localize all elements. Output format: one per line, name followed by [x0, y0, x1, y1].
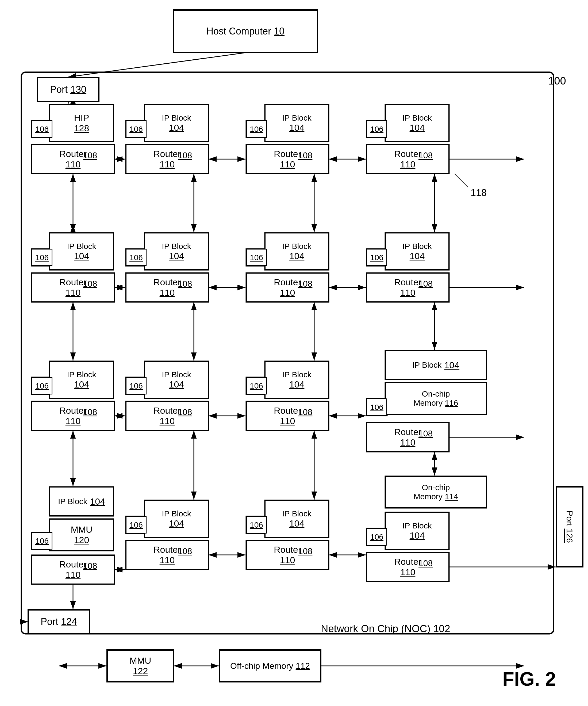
onchip-memory-116: On-chip Memory 116	[385, 383, 487, 415]
port-106-n23: 106	[246, 516, 267, 534]
port-106-n02: 106	[32, 377, 52, 394]
router-108-label-n01: 108	[83, 279, 97, 289]
ip-block-n31: IP Block 104	[385, 233, 449, 270]
router-108-label-n12: 108	[178, 407, 192, 417]
svg-line-99	[455, 174, 468, 187]
router-108-label-n33: 108	[419, 558, 433, 568]
router-108-label-n02: 108	[83, 407, 97, 417]
hip-128-box: HIP 128	[49, 104, 114, 142]
router-108-label-n22: 108	[298, 407, 312, 417]
port-126-label: Port 126	[564, 511, 575, 543]
router-108-label-n03: 108	[83, 561, 97, 571]
router-110-n21: Router 110	[246, 273, 329, 302]
ip-block-n33: IP Block 104	[385, 512, 449, 550]
ip-block-n32: IP Block 104	[385, 350, 487, 380]
port-124-box: Port 124	[28, 610, 89, 634]
router-110-n30: Router 110	[366, 145, 449, 174]
noc-label: Network On Chip (NOC) 102	[321, 623, 450, 635]
ip-block-n23: IP Block 104	[265, 500, 329, 538]
router-110-n13: Router 110	[126, 540, 208, 570]
ip-block-n12: IP Block 104	[144, 361, 208, 398]
port-106-n11: 106	[126, 249, 147, 266]
router-110-n31: Router 110	[366, 273, 449, 302]
port-124-label: Port 124	[41, 616, 77, 627]
port-106-n30: 106	[366, 120, 387, 138]
ip-block-n22: IP Block 104	[265, 361, 329, 398]
offchip-memory-label: Off-chip Memory 112	[230, 661, 310, 671]
ref-100: 100	[548, 75, 566, 87]
host-computer-box: Host Computer 10	[173, 10, 318, 53]
diagram: Host Computer 10 Port 130 Network On Chi…	[0, 0, 588, 706]
router-110-n32: Router 110	[366, 423, 449, 452]
port-106-n22: 106	[246, 377, 267, 394]
ref-118: 118	[471, 187, 487, 198]
port-106-n03: 106	[32, 532, 52, 550]
ip-block-n03: IP Block 104	[49, 487, 114, 516]
router-108-label-n32: 108	[419, 429, 433, 439]
port-106-n20: 106	[246, 120, 267, 138]
router-110-n03: Router 110	[32, 555, 114, 584]
router-110-n22: Router 110	[246, 401, 329, 431]
mmu-120: MMU 120	[49, 519, 114, 551]
router-108-label-n21: 108	[298, 279, 312, 289]
ip-block-n20: IP Block 104	[265, 104, 329, 142]
router-108-label-n13: 108	[178, 546, 192, 556]
router-110-n02: Router 110	[32, 401, 114, 431]
port-106-n00: 106	[32, 120, 52, 138]
router-110-n20: Router 110	[246, 145, 329, 174]
router-110-n10: Router 110	[126, 145, 208, 174]
port-106-n31: 106	[366, 249, 387, 266]
router-110-n23: Router 110	[246, 540, 329, 570]
router-108-label-n20: 108	[298, 151, 312, 160]
router-108-label-n10: 108	[178, 151, 192, 160]
port-106-n32: 106	[366, 398, 387, 416]
router-108-label-n30: 108	[419, 151, 433, 160]
port-106-n21: 106	[246, 249, 267, 266]
router-108-label-n23: 108	[298, 546, 312, 556]
fig-label: FIG. 2	[502, 668, 556, 690]
port-130-box: Port 130	[37, 78, 99, 102]
router-108-label-n11: 108	[178, 279, 192, 289]
router-110-n00: Router 110	[32, 145, 114, 174]
port-106-n10: 106	[126, 120, 147, 138]
ip-block-n01: IP Block 104	[49, 233, 114, 270]
mmu-122-box: MMU 122	[107, 650, 174, 682]
onchip-memory-114: On-chip Memory 114	[385, 476, 487, 508]
offchip-memory-box: Off-chip Memory 112	[219, 650, 321, 682]
ip-block-n30: IP Block 104	[385, 104, 449, 142]
ip-block-n21: IP Block 104	[265, 233, 329, 270]
port-106-n12: 106	[126, 377, 147, 394]
router-110-n01: Router 110	[32, 273, 114, 302]
router-110-n12: Router 110	[126, 401, 208, 431]
port-126-box: Port 126	[556, 487, 583, 567]
ip-block-n02: IP Block 104	[49, 361, 114, 398]
router-108-label-n31: 108	[419, 279, 433, 289]
host-computer-label: Host Computer 10	[206, 26, 284, 37]
port-106-n01: 106	[32, 249, 52, 266]
port-130-label: Port 130	[50, 84, 86, 95]
router-110-n33: Router 110	[366, 552, 449, 582]
ip-block-n13: IP Block 104	[144, 500, 208, 538]
port-106-n33: 106	[366, 528, 387, 546]
port-106-n13: 106	[126, 516, 147, 534]
router-108-label-n00: 108	[83, 151, 97, 160]
svg-line-62	[68, 53, 245, 77]
router-110-n11: Router 110	[126, 273, 208, 302]
ip-block-n11: IP Block 104	[144, 233, 208, 270]
ip-block-n10: IP Block 104	[144, 104, 208, 142]
